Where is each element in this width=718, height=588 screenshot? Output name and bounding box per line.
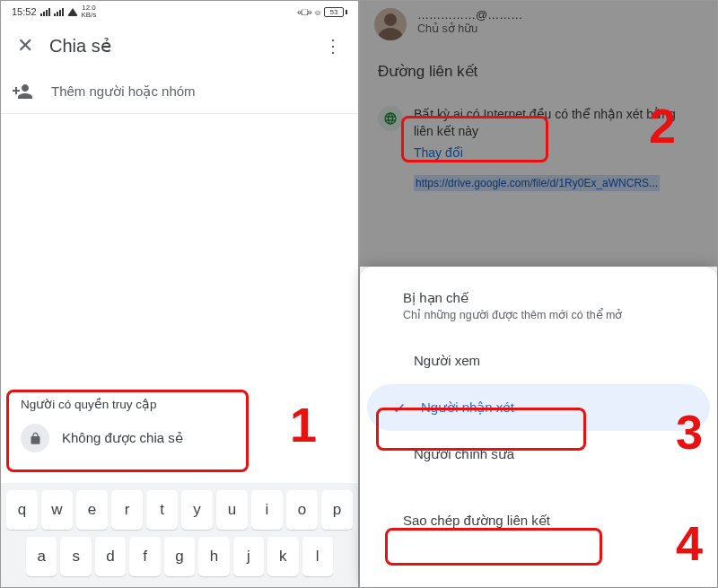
wifi-icon: [67, 8, 78, 16]
key-q[interactable]: q: [6, 490, 38, 530]
keyboard-row-1: q w e r t y u i o p: [4, 490, 355, 530]
callout-number-3: 3: [676, 404, 703, 460]
keyboard-row-2: a s d f g h j k l: [4, 537, 355, 576]
callout-number-1: 1: [290, 397, 317, 452]
key-g[interactable]: g: [164, 537, 195, 576]
key-o[interactable]: o: [286, 490, 318, 530]
add-people-placeholder: Thêm người hoặc nhóm: [51, 83, 196, 100]
key-r[interactable]: r: [111, 490, 143, 530]
key-f[interactable]: f: [129, 537, 160, 576]
nfc-icon: ⌾: [315, 7, 320, 17]
net-speed: 12.0KB/s: [82, 4, 97, 19]
key-d[interactable]: d: [95, 537, 126, 576]
signal-icon-2: [54, 8, 64, 16]
key-s[interactable]: s: [60, 537, 91, 576]
share-header: ✕ Chia sẻ ⋮: [1, 22, 358, 69]
key-u[interactable]: u: [216, 490, 248, 530]
key-p[interactable]: p: [321, 490, 353, 530]
close-icon[interactable]: ✕: [8, 29, 42, 63]
battery-icon: 53: [324, 7, 347, 17]
vibrate-icon: «□»: [297, 6, 311, 17]
status-time: 15:52: [12, 6, 37, 17]
signal-icon: [40, 8, 50, 16]
key-w[interactable]: w: [41, 490, 73, 530]
status-bar: 15:52 12.0KB/s «□» ⌾ 53: [1, 1, 358, 22]
phone-left: 15:52 12.0KB/s «□» ⌾ 53 ✕ Chia sẻ ⋮ Thêm…: [0, 0, 359, 588]
restricted-subtitle: Chỉ những người được thêm mới có thể mở: [360, 306, 717, 321]
key-t[interactable]: t: [146, 490, 178, 530]
person-add-icon: [10, 79, 35, 104]
key-i[interactable]: i: [251, 490, 283, 530]
key-j[interactable]: j: [233, 537, 264, 576]
bottom-sheet: Bị hạn chế Chỉ những người được thêm mới…: [360, 267, 717, 587]
access-panel: Người có quyền truy cập Không được chia …: [10, 388, 254, 469]
add-people-row[interactable]: Thêm người hoặc nhóm: [1, 69, 358, 114]
more-icon[interactable]: ⋮: [315, 35, 351, 57]
copy-link-button[interactable]: Sao chép đường liên kết: [360, 496, 717, 546]
not-shared-label: Không được chia sẻ: [62, 430, 183, 446]
option-viewer[interactable]: Người xem: [360, 338, 717, 384]
option-editor[interactable]: Người chỉnh sửa: [360, 431, 717, 478]
key-y[interactable]: y: [181, 490, 213, 530]
callout-number-4: 4: [676, 515, 703, 571]
access-title: Người có quyền truy cập: [21, 397, 243, 411]
access-status-row[interactable]: Không được chia sẻ: [21, 424, 243, 452]
restricted-title: Bị hạn chế: [360, 290, 717, 306]
lock-icon: [21, 424, 49, 452]
key-h[interactable]: h: [198, 537, 229, 576]
key-e[interactable]: e: [76, 490, 108, 530]
keyboard[interactable]: q w e r t y u i o p a s d f g h j k l: [1, 483, 358, 587]
key-a[interactable]: a: [26, 537, 57, 576]
check-icon: [387, 399, 410, 416]
share-title: Chia sẻ: [42, 35, 315, 57]
key-l[interactable]: l: [302, 537, 333, 576]
option-commenter[interactable]: Người nhận xét: [367, 384, 710, 431]
phone-right: ……………@……… Chủ sở hữu Đường liên kết Bất …: [359, 0, 718, 588]
key-k[interactable]: k: [267, 537, 298, 576]
callout-number-2: 2: [649, 98, 676, 154]
